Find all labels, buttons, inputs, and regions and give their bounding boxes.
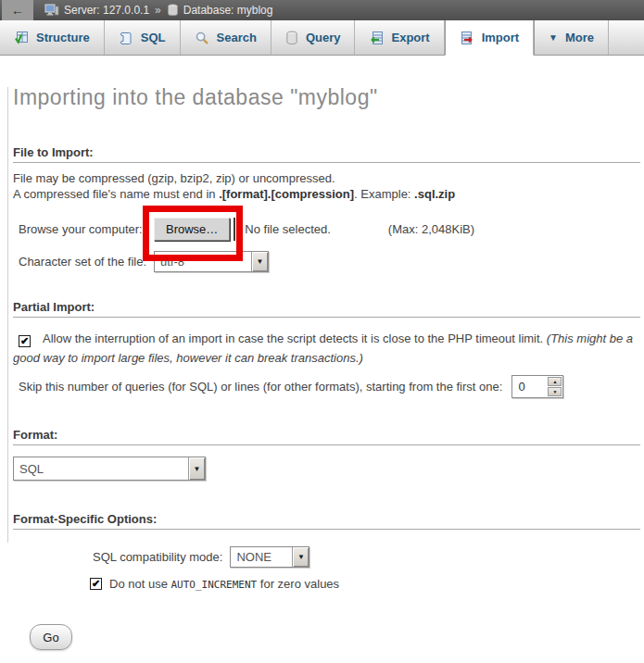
skip-queries-value[interactable]: 0 (512, 376, 547, 397)
export-icon (369, 31, 384, 45)
stepper-buttons: ▲ ▼ (547, 376, 562, 397)
tab-structure-label: Structure (36, 31, 90, 44)
database-icon (167, 4, 179, 17)
section-heading-file-to-import: File to Import: (13, 145, 640, 163)
auto-increment-checkbox[interactable]: ✔ (90, 578, 102, 590)
tab-more[interactable]: ▼ More (534, 20, 609, 55)
sql-compatibility-arrow-icon[interactable]: ▼ (292, 547, 309, 567)
no-file-text: No file selected. (245, 222, 331, 236)
tab-sql[interactable]: SQL (105, 20, 181, 55)
browse-button[interactable]: Browse… (154, 218, 230, 241)
sql-compatibility-value: NONE (231, 547, 292, 567)
charset-select[interactable]: utf-8 ▼ (154, 251, 269, 272)
sql-compatibility-row: SQL compatibility mode: NONE ▼ (93, 544, 644, 569)
back-arrow-icon: ← (11, 3, 24, 18)
charset-row: Character set of the file: utf-8 ▼ (13, 250, 644, 272)
sql-compatibility-select[interactable]: NONE ▼ (230, 546, 309, 568)
breadcrumb-separator: » (155, 4, 161, 17)
charset-select-arrow-icon[interactable]: ▼ (251, 252, 268, 271)
server-icon (44, 4, 59, 17)
back-button[interactable]: ← (2, 0, 33, 20)
page-content: Importing into the database "myblog" Fil… (0, 85, 644, 650)
browse-row: Browse your computer: Browse… No file se… (13, 217, 644, 241)
section-heading-format-specific: Format-Specific Options: (13, 512, 640, 530)
charset-select-value: utf-8 (155, 252, 251, 271)
section-heading-format: Format: (13, 428, 640, 445)
auto-increment-label: Do not use AUTO_INCREMENT for zero value… (109, 577, 339, 591)
import-icon (460, 31, 474, 45)
format-select-arrow-icon[interactable]: ▼ (188, 457, 205, 480)
browse-label: Browse your computer: (19, 222, 154, 236)
tab-query-label: Query (306, 31, 341, 44)
stepper-up-icon[interactable]: ▲ (548, 377, 562, 386)
skip-queries-row: Skip this number of queries (for SQL) or… (13, 375, 644, 398)
breadcrumb-server[interactable]: Server: 127.0.0.1 (64, 4, 149, 17)
tab-export-label: Export (391, 31, 429, 44)
chevron-down-icon: ▼ (549, 32, 558, 43)
skip-queries-label: Skip this number of queries (for SQL) or… (19, 380, 502, 394)
help-line2-mid: . Example: (354, 187, 414, 201)
query-icon (285, 31, 298, 45)
tab-import[interactable]: Import (445, 20, 534, 56)
content-left-border (7, 87, 8, 543)
file-help-text: File may be compressed (gzip, bzip2, zip… (13, 170, 644, 202)
sql-icon (119, 31, 133, 45)
tab-search[interactable]: Search (181, 20, 271, 55)
structure-icon (14, 31, 29, 45)
tab-structure[interactable]: Structure (0, 20, 105, 55)
tab-sql-label: SQL (141, 31, 166, 44)
tab-import-label: Import (482, 31, 519, 44)
file-input-divider (234, 218, 235, 241)
tab-query[interactable]: Query (271, 20, 356, 55)
go-button[interactable]: Go (30, 624, 72, 650)
format-select-value: SQL (14, 457, 188, 480)
stepper-down-icon[interactable]: ▼ (548, 387, 562, 396)
allow-interruption-label: Allow the interruption of an import in c… (43, 332, 547, 345)
max-size-text: (Max: 2,048KiB) (388, 222, 474, 236)
search-icon (195, 31, 209, 45)
section-heading-partial-import: Partial Import: (13, 300, 640, 318)
help-line2-prefix: A compressed file's name must end in (13, 187, 219, 201)
skip-queries-stepper[interactable]: 0 ▲ ▼ (511, 375, 563, 398)
allow-interruption-row: ✔Allow the interruption of an import in … (13, 329, 644, 368)
charset-label: Character set of the file: (19, 255, 154, 269)
auto-increment-prefix: Do not use (109, 577, 171, 591)
help-line1: File may be compressed (gzip, bzip2, zip… (13, 171, 335, 185)
sql-compatibility-label: SQL compatibility mode: (93, 550, 222, 564)
tab-search-label: Search (217, 31, 257, 44)
allow-interruption-checkbox[interactable]: ✔ (19, 335, 31, 347)
auto-increment-suffix: for zero values (257, 577, 339, 591)
format-select[interactable]: SQL ▼ (13, 457, 206, 481)
page-title: Importing into the database "myblog" (13, 85, 644, 110)
help-line2-format: .[format].[compression] (219, 187, 354, 201)
tab-export[interactable]: Export (355, 20, 444, 55)
breadcrumb-database[interactable]: Database: myblog (183, 4, 273, 17)
tab-more-label: More (565, 31, 594, 44)
auto-increment-row: ✔ Do not use AUTO_INCREMENT for zero val… (90, 577, 644, 591)
auto-increment-code: AUTO_INCREMENT (171, 579, 258, 591)
tab-bar: Structure SQL Search Query Export Import… (0, 20, 644, 56)
breadcrumb-bar: ← Server: 127.0.0.1 » Database: myblog (0, 0, 644, 20)
help-line2-example: .sql.zip (414, 187, 455, 201)
